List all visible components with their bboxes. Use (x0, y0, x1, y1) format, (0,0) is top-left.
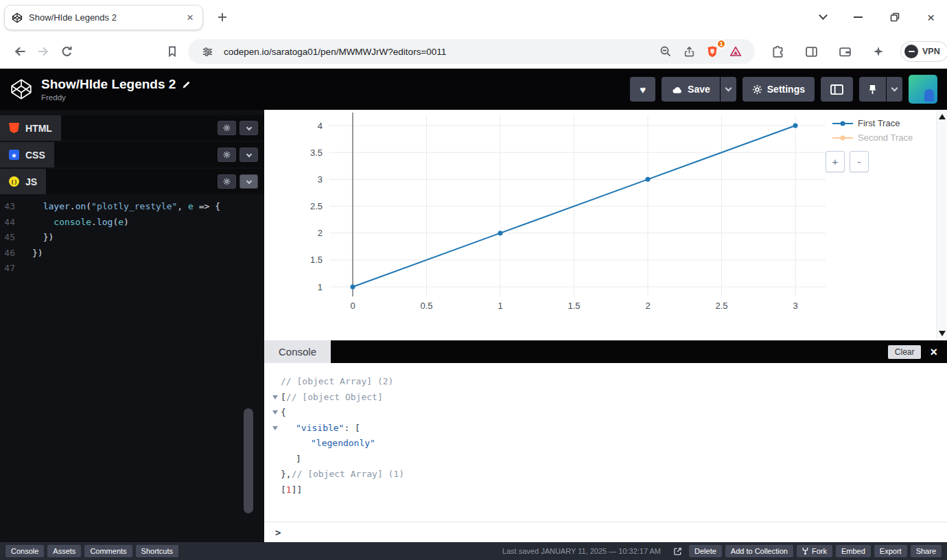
site-settings-icon[interactable] (198, 42, 217, 61)
url-text[interactable]: codepen.io/saratoga01/pen/MWMWJrW?editor… (224, 47, 652, 57)
minimize-button[interactable] (854, 16, 863, 18)
footer-left-buttons: ConsoleAssetsCommentsShortcuts (5, 545, 178, 557)
line-number: 44 (0, 215, 23, 231)
css-icon: * (9, 150, 19, 160)
scroll-up-icon[interactable] (939, 114, 946, 119)
extensions-icon[interactable] (766, 40, 789, 63)
chevron-down-icon (725, 85, 732, 92)
footer-button-export[interactable]: Export (874, 545, 907, 557)
html-collapse-button[interactable] (239, 121, 258, 135)
share-icon[interactable] (679, 42, 699, 61)
editor-footer: ConsoleAssetsCommentsShortcuts Last save… (0, 542, 947, 560)
gear-icon (223, 178, 231, 185)
js-settings-button[interactable] (218, 174, 236, 189)
new-tab-button[interactable] (214, 9, 231, 25)
tab-css[interactable]: * CSS (0, 142, 54, 167)
vpn-button[interactable]: VPN (900, 41, 947, 62)
css-collapse-button[interactable] (239, 148, 258, 162)
footer-button-comments[interactable]: Comments (84, 545, 132, 557)
tab-search-icon[interactable] (819, 11, 828, 20)
restore-button[interactable] (890, 12, 900, 22)
zoom-out-button[interactable]: - (850, 151, 869, 172)
leo-ai-icon[interactable] (867, 40, 890, 63)
code-line: 44 console.log(e) (0, 215, 264, 231)
window-close-button[interactable]: × (927, 11, 935, 24)
settings-button[interactable]: Settings (743, 77, 815, 102)
footer-button-assets[interactable]: Assets (47, 545, 81, 557)
reload-button[interactable] (55, 40, 78, 63)
forward-button[interactable] (32, 40, 55, 63)
tab-js[interactable]: ( ) JS (0, 169, 46, 194)
html-settings-button[interactable] (218, 121, 236, 135)
gear-icon (752, 84, 762, 95)
footer-button-console[interactable]: Console (5, 545, 44, 557)
pen-author[interactable]: Freddy (41, 93, 191, 102)
tab-html[interactable]: HTML (0, 115, 61, 141)
svg-text:0.5: 0.5 (420, 301, 432, 311)
code-line: 47 (0, 261, 264, 277)
console-close-icon[interactable]: × (930, 346, 937, 358)
back-button[interactable] (8, 40, 32, 63)
preview-scrollbar[interactable] (936, 110, 947, 340)
svg-text:4: 4 (318, 121, 323, 131)
expand-caret-icon[interactable] (272, 426, 278, 430)
svg-text:1: 1 (318, 282, 323, 292)
expand-caret-icon[interactable] (272, 395, 278, 399)
editor-scrollbar-thumb[interactable] (244, 408, 253, 513)
open-external-button[interactable] (670, 547, 686, 556)
pin-dropdown-button[interactable] (887, 77, 902, 102)
code-text: }) (23, 230, 54, 246)
change-view-button[interactable] (821, 77, 853, 102)
js-icon: ( ) (9, 176, 19, 187)
plotly-chart[interactable]: 11.522.533.5400.511.522.53 (264, 110, 936, 340)
svg-text:0: 0 (350, 301, 355, 311)
codepen-logo-icon[interactable] (10, 78, 33, 101)
console-output: // [object Array] (2)[// [object Object]… (264, 363, 947, 542)
svg-text:3: 3 (318, 174, 323, 185)
console-log-line: "visible": [ (264, 421, 947, 436)
console-tab[interactable]: Console (264, 340, 331, 363)
zoom-in-button[interactable]: + (826, 151, 845, 172)
save-dropdown-button[interactable] (721, 77, 736, 102)
css-settings-button[interactable] (218, 148, 236, 162)
js-editor-header: ( ) JS (0, 169, 264, 194)
like-button[interactable]: ♥ (630, 77, 655, 102)
legend-item-second-trace[interactable]: Second Trace (832, 132, 913, 143)
console-prompt[interactable]: > (264, 522, 947, 542)
footer-button-delete[interactable]: Delete (689, 545, 722, 557)
wallet-icon[interactable] (833, 40, 856, 63)
codepen-header: Show/HIde Legends 2 Freddy ♥ Save Settin… (0, 69, 947, 110)
vpn-logo-icon (904, 45, 918, 58)
console-clear-button[interactable]: Clear (888, 345, 922, 359)
expand-caret-icon[interactable] (272, 410, 278, 415)
editor-column: HTML * CSS ( ) JS (0, 110, 264, 542)
sidebar-icon[interactable] (799, 40, 823, 63)
avatar[interactable] (909, 75, 937, 104)
scroll-down-icon[interactable] (939, 331, 946, 336)
save-button[interactable]: Save (662, 77, 720, 102)
footer-button-add-to-collection[interactable]: Add to Collection (725, 545, 793, 557)
html-icon (9, 123, 19, 133)
footer-button-fork[interactable]: Fork (797, 545, 832, 557)
bookmark-icon[interactable] (161, 40, 184, 63)
edit-title-icon[interactable] (182, 80, 191, 89)
brave-rewards-icon[interactable] (726, 42, 745, 61)
browser-toolbar: codepen.io/saratoga01/pen/MWMWJrW?editor… (0, 34, 947, 69)
window-controls: × (820, 0, 935, 34)
brave-shield-icon[interactable]: 1 (703, 42, 722, 61)
footer-button-shortcuts[interactable]: Shortcuts (136, 545, 178, 557)
pin-button[interactable] (859, 77, 886, 102)
address-bar[interactable]: codepen.io/saratoga01/pen/MWMWJrW?editor… (188, 39, 755, 64)
browser-tab[interactable]: Show/HIde Legends 2 × (4, 5, 203, 30)
footer-button-embed[interactable]: Embed (836, 545, 871, 557)
chevron-down-icon (891, 85, 898, 92)
svg-text:3: 3 (793, 301, 797, 311)
js-code-editor[interactable]: 43 layer.on("plotly_restyle", e => {44 c… (0, 196, 264, 541)
js-collapse-button[interactable] (239, 174, 258, 189)
svg-text:3.5: 3.5 (310, 148, 323, 158)
chart-legend: First TraceSecond Trace (832, 118, 913, 143)
legend-item-first-trace[interactable]: First Trace (832, 118, 913, 128)
footer-button-share[interactable]: Share (911, 545, 942, 557)
tab-close-icon[interactable]: × (185, 12, 196, 23)
zoom-out-icon[interactable] (656, 42, 675, 61)
